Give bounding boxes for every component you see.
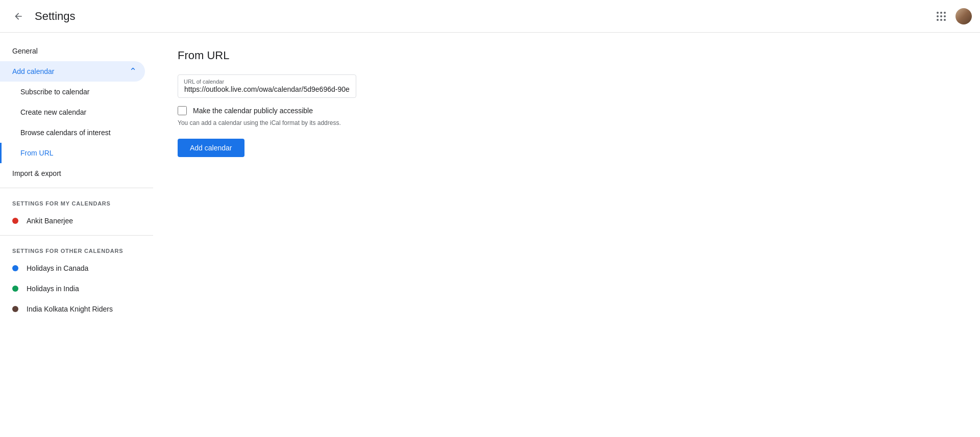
sidebar-item-holidays-canada[interactable]: Holidays in Canada [0, 258, 145, 278]
chevron-up-icon: ⌃ [129, 66, 137, 77]
sidebar-item-holidays-india[interactable]: Holidays in India [0, 278, 145, 299]
sidebar-item-from-url[interactable]: From URL [0, 143, 145, 163]
header-left: Settings [8, 6, 76, 27]
sidebar-item-general[interactable]: General [0, 41, 145, 61]
kkr-dot [12, 306, 18, 312]
holidays-india-dot [12, 286, 18, 292]
section-heading: From URL [178, 49, 588, 62]
sidebar-item-add-calendar[interactable]: Add calendar ⌃ [0, 61, 145, 82]
url-field-wrapper: URL of calendar [178, 74, 356, 98]
sidebar-item-kkr[interactable]: India Kolkata Knight Riders [0, 299, 145, 319]
public-checkbox[interactable] [178, 106, 187, 115]
sidebar-item-create-calendar[interactable]: Create new calendar [0, 102, 145, 122]
header-right [931, 6, 972, 27]
import-export-label: Import & export [12, 169, 61, 177]
sidebar-item-import-export[interactable]: Import & export [0, 163, 145, 184]
avatar[interactable] [955, 8, 972, 24]
public-checkbox-label[interactable]: Make the calendar publicly accessible [193, 107, 313, 115]
sidebar-item-browse[interactable]: Browse calendars of interest [0, 122, 145, 143]
checkbox-row: Make the calendar publicly accessible [178, 106, 588, 115]
sidebar-divider-1 [0, 188, 153, 188]
create-calendar-label: Create new calendar [20, 108, 86, 116]
subscribe-label: Subscribe to calendar [20, 88, 89, 96]
sidebar: General Add calendar ⌃ Subscribe to cale… [0, 33, 153, 437]
layout: General Add calendar ⌃ Subscribe to cale… [0, 33, 980, 437]
holidays-india-label: Holidays in India [27, 285, 79, 293]
main-content: From URL URL of calendar Make the calend… [153, 33, 612, 437]
kkr-label: India Kolkata Knight Riders [27, 305, 113, 313]
avatar-image [955, 8, 972, 24]
sidebar-general-label: General [12, 47, 38, 55]
add-calendar-label: Add calendar [12, 67, 55, 75]
ankit-dot [12, 218, 18, 224]
google-apps-button[interactable] [931, 6, 951, 27]
back-arrow-icon [13, 11, 23, 21]
add-calendar-button[interactable]: Add calendar [178, 139, 244, 157]
sidebar-divider-2 [0, 235, 153, 236]
url-input[interactable] [178, 74, 356, 98]
holidays-canada-label: Holidays in Canada [27, 264, 88, 272]
holidays-canada-dot [12, 265, 18, 271]
sidebar-item-subscribe[interactable]: Subscribe to calendar [0, 82, 145, 102]
from-url-label: From URL [20, 149, 54, 157]
sidebar-item-ankit[interactable]: Ankit Banerjee [0, 211, 145, 231]
page-title: Settings [35, 10, 76, 23]
header: Settings [0, 0, 980, 33]
back-button[interactable] [8, 6, 29, 27]
grid-icon [933, 8, 950, 25]
my-calendars-section-title: Settings for my calendars [0, 192, 153, 211]
ankit-label: Ankit Banerjee [27, 217, 73, 225]
helper-text: You can add a calendar using the iCal fo… [178, 119, 588, 126]
browse-label: Browse calendars of interest [20, 128, 111, 137]
other-calendars-section-title: Settings for other calendars [0, 240, 153, 258]
